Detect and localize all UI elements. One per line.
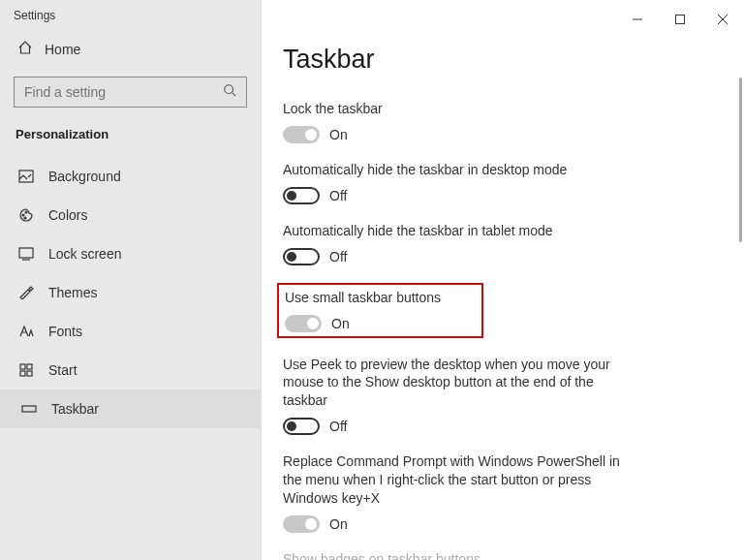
svg-point-0 xyxy=(225,85,233,94)
sidebar-item-background[interactable]: Background xyxy=(0,157,261,196)
setting-label: Use small taskbar buttons xyxy=(285,289,441,307)
svg-rect-9 xyxy=(27,371,32,376)
setting-label: Show badges on taskbar buttons xyxy=(283,550,632,560)
scrollbar[interactable] xyxy=(739,78,742,242)
toggle-state-label: On xyxy=(329,516,348,532)
search-input-wrapper[interactable] xyxy=(14,77,247,108)
svg-rect-5 xyxy=(19,248,33,258)
nav-list: Background Colors Lock screen Themes Fon… xyxy=(0,157,261,428)
titlebar-controls xyxy=(616,6,744,33)
svg-rect-7 xyxy=(27,364,32,369)
sidebar-item-colors[interactable]: Colors xyxy=(0,196,261,234)
svg-rect-10 xyxy=(22,406,36,412)
background-icon xyxy=(17,170,35,183)
sidebar-item-lockscreen[interactable]: Lock screen xyxy=(0,234,261,273)
maximize-button[interactable] xyxy=(659,6,701,33)
nav-home-label: Home xyxy=(45,42,80,57)
close-button[interactable] xyxy=(701,6,744,33)
nav-category: Personalization xyxy=(0,108,261,151)
sidebar-item-fonts[interactable]: Fonts xyxy=(0,312,261,351)
setting-autohide-tablet: Automatically hide the taskbar in tablet… xyxy=(283,222,632,265)
setting-label: Lock the taskbar xyxy=(283,100,632,118)
sidebar-item-label: Colors xyxy=(48,207,87,223)
search-icon xyxy=(223,83,236,101)
toggle-state-label: Off xyxy=(329,419,347,434)
sidebar-item-label: Lock screen xyxy=(48,246,121,262)
svg-rect-11 xyxy=(676,16,685,24)
sidebar-item-label: Taskbar xyxy=(51,401,99,417)
sidebar-item-taskbar[interactable]: Taskbar xyxy=(0,389,261,428)
window-title: Settings xyxy=(0,0,261,22)
setting-peek: Use Peek to preview the desktop when you… xyxy=(283,356,632,436)
colors-icon xyxy=(17,207,35,223)
svg-rect-1 xyxy=(19,171,33,182)
page-title: Taskbar xyxy=(283,45,721,75)
toggle-state-label: Off xyxy=(329,249,347,264)
sidebar-item-label: Background xyxy=(48,169,121,184)
lockscreen-icon xyxy=(17,247,35,261)
svg-rect-8 xyxy=(20,371,25,376)
setting-lock-taskbar: Lock the taskbar On xyxy=(283,100,632,143)
search-input[interactable] xyxy=(24,84,215,100)
sidebar-item-label: Start xyxy=(48,362,78,378)
setting-autohide-desktop: Automatically hide the taskbar in deskto… xyxy=(283,161,632,204)
start-icon xyxy=(17,363,35,377)
toggle-small-buttons[interactable] xyxy=(285,315,322,332)
nav-home[interactable]: Home xyxy=(0,22,261,69)
toggle-peek[interactable] xyxy=(283,418,320,435)
setting-label: Automatically hide the taskbar in tablet… xyxy=(283,222,632,240)
svg-point-4 xyxy=(24,217,26,219)
setting-label: Automatically hide the taskbar in deskto… xyxy=(283,161,632,179)
toggle-lock-taskbar[interactable] xyxy=(283,126,320,143)
minimize-button[interactable] xyxy=(616,6,659,33)
toggle-autohide-desktop[interactable] xyxy=(283,187,320,204)
toggle-state-label: Off xyxy=(329,188,347,203)
themes-icon xyxy=(17,286,35,299)
sidebar-item-label: Themes xyxy=(48,285,98,300)
home-icon xyxy=(17,40,33,59)
setting-small-buttons: Use small taskbar buttons On xyxy=(277,283,483,338)
sidebar: Settings Home Personalization Background… xyxy=(0,0,262,560)
setting-label: Use Peek to preview the desktop when you… xyxy=(283,356,632,411)
svg-point-2 xyxy=(22,214,24,216)
sidebar-item-start[interactable]: Start xyxy=(0,351,261,389)
sidebar-item-themes[interactable]: Themes xyxy=(0,273,261,312)
setting-powershell: Replace Command Prompt with Windows Powe… xyxy=(283,452,632,533)
svg-rect-6 xyxy=(20,364,25,369)
sidebar-item-label: Fonts xyxy=(48,324,82,339)
taskbar-icon xyxy=(20,403,38,415)
svg-point-3 xyxy=(25,211,27,213)
fonts-icon xyxy=(17,325,35,338)
toggle-state-label: On xyxy=(329,127,348,142)
setting-label: Replace Command Prompt with Windows Powe… xyxy=(283,452,632,508)
toggle-state-label: On xyxy=(331,316,350,331)
main-panel: Taskbar Lock the taskbar On Automaticall… xyxy=(262,0,744,560)
toggle-powershell[interactable] xyxy=(283,515,320,533)
setting-badges: Show badges on taskbar buttons Off xyxy=(283,550,632,560)
toggle-autohide-tablet[interactable] xyxy=(283,248,320,265)
